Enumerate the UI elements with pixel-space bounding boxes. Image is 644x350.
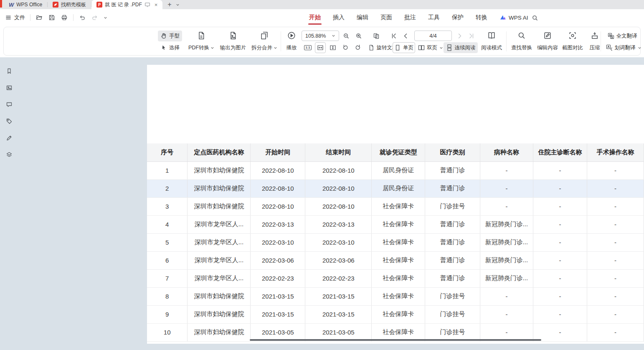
ribbon-tab-home[interactable]: 开始 [309,9,321,26]
bookmark-panel-button[interactable] [5,67,13,75]
pdf-convert-button[interactable]: PDF转换 [186,29,216,54]
zoom-in-button[interactable] [353,31,364,41]
table-cell: 深圳市龙华区人... [188,269,251,287]
actual-size-button[interactable]: 1:1 [302,42,313,53]
undo-icon [79,14,86,21]
present-screen-icon[interactable] [145,2,150,8]
wps-ai-button[interactable]: WPS AI [499,9,528,26]
zoom-value: 105.88% [305,33,326,39]
single-page-button[interactable]: 单页 [393,42,415,53]
hand-icon [160,33,167,39]
comment-icon [6,101,13,108]
tab-label: WPS Office [16,2,42,8]
fit-page-button[interactable] [327,42,338,53]
wps-ai-label: WPS AI [509,15,528,21]
table-cell: 1 [147,161,188,179]
next-page-button[interactable] [454,31,465,41]
new-tab-button[interactable]: + [167,1,171,8]
redo-button[interactable] [91,14,99,21]
table-cell: 门诊挂号 [425,305,480,323]
full-translate-button[interactable]: 全文翻译 [604,31,641,41]
table-row: 8深圳市妇幼保健院2021-03-152021-03-15社会保障卡门诊挂号--… [147,287,644,305]
play-button[interactable]: 播放 [282,29,301,54]
continuous-read-button[interactable]: 连续阅读 [444,42,478,53]
undo-history-chevron-icon[interactable] [104,16,107,20]
compress-icon [591,31,599,40]
select-tool-button[interactable]: 选择 [158,42,182,53]
thumbnail-icon [6,84,13,91]
page-number-input[interactable]: 4/4 [414,31,452,41]
word-translate-button[interactable]: 划词翻译 [604,42,643,53]
table-cell: - [480,305,533,323]
read-mode-button[interactable]: 阅读模式 [479,29,504,54]
ribbon-tab-edit[interactable]: 编辑 [357,9,368,26]
zoom-out-button[interactable] [341,31,352,41]
menubar-search-button[interactable] [530,13,540,23]
table-cell: - [533,161,587,179]
table-cell: 2022-03-06 [251,251,305,269]
table-cell: 9 [147,305,188,323]
table-cell: 2022-08-10 [251,161,305,179]
undo-button[interactable] [79,14,86,21]
wps-ai-icon [499,14,506,21]
tab-wps-office[interactable]: W WPS Office [4,0,47,9]
zoom-in-icon [355,33,362,39]
table-cell: 2022-02-23 [305,269,372,287]
split-merge-button[interactable]: 拆分合并 [250,29,279,54]
visit-table: 序号定点医药机构名称开始时间结束时间就诊凭证类型医疗类别病种名称住院主诊断名称手… [147,143,644,342]
table-cell: - [533,323,587,341]
tab-docer-templates[interactable]: 找稻壳模板 [48,0,91,9]
ribbon-tab-insert[interactable]: 插入 [333,9,345,26]
table-cell: 5 [147,233,188,251]
prev-page-button[interactable] [400,31,411,41]
layers-panel-button[interactable] [5,151,13,159]
file-menu-button[interactable]: 文件 [5,14,25,21]
table-header-cell: 住院主诊断名称 [533,143,587,161]
tab-medical-record-pdf[interactable]: 就 医 记 录 .PDF × [91,0,162,9]
first-page-icon [390,33,397,39]
table-cell: 深圳市妇幼保健院 [188,179,251,197]
find-replace-button[interactable]: 查找替换 [510,29,534,54]
double-page-button[interactable]: 双页 [418,42,444,53]
table-cell: 2021-03-15 [251,305,305,323]
last-page-button[interactable] [466,31,477,41]
play-label: 播放 [287,44,297,51]
open-file-button[interactable] [35,14,43,21]
fit-window-button[interactable] [371,31,382,41]
table-cell: 社会保障卡 [372,215,425,233]
close-tab-icon[interactable]: × [155,2,158,8]
table-cell: 普通门诊 [425,233,480,251]
compress-button[interactable]: 压缩 [586,29,604,54]
hand-tool-button[interactable]: 手型 [158,31,182,41]
save-button[interactable] [48,14,56,21]
horizontal-scrollbar-thumb[interactable] [250,339,541,341]
redo-icon [91,14,98,21]
export-image-button[interactable]: 输出为图片 [217,29,249,54]
ribbon-tab-convert[interactable]: 转换 [476,9,487,26]
ribbon-tab-protect[interactable]: 保护 [452,9,464,26]
search-icon [532,15,538,21]
wps-logo-icon: W [9,2,14,8]
zoom-combobox[interactable]: 105.88% [302,31,339,41]
ribbon-tab-page[interactable]: 页面 [380,9,392,26]
thumbnail-panel-button[interactable] [5,84,13,92]
table-cell: 2022-02-23 [251,269,305,287]
fit-width-button[interactable] [315,42,326,53]
edit-content-button[interactable]: 编辑内容 [535,29,560,54]
export-image-label: 输出为图片 [220,44,246,51]
ribbon-tab-tools[interactable]: 工具 [428,9,440,26]
comment-panel-button[interactable] [5,100,13,109]
book-icon [487,31,496,40]
annotate-panel-button[interactable] [5,134,13,142]
tab-list-chevron-icon[interactable] [176,3,180,7]
screenshot-compare-button[interactable]: 截图对比 [560,29,585,54]
table-cell: - [533,305,587,323]
tag-panel-button[interactable] [5,117,13,125]
print-button[interactable] [61,14,68,21]
one-to-one-icon: 1:1 [304,45,312,50]
ribbon-tab-comment[interactable]: 批注 [404,9,416,26]
first-page-button[interactable] [388,31,399,41]
rotate-ccw-button[interactable] [340,42,351,53]
rotate-cw-button[interactable] [352,42,363,53]
table-header-cell: 医疗类别 [425,143,480,161]
